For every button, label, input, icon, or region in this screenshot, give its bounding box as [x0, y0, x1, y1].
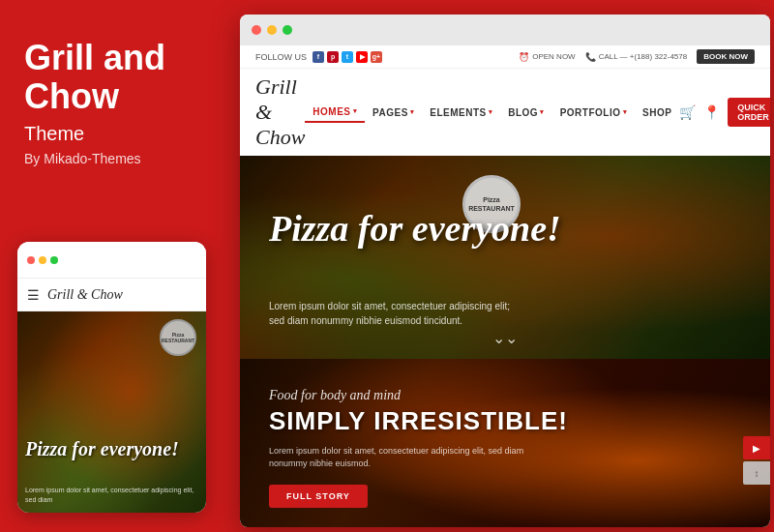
nav-item-shop[interactable]: SHOP	[635, 103, 679, 122]
facebook-icon[interactable]: f	[313, 51, 324, 63]
nav-arrow-pages: ▾	[410, 108, 415, 116]
mobile-badge: PizzaRESTAURANT	[160, 319, 196, 356]
full-story-button[interactable]: FULL STORY	[269, 485, 368, 508]
hero-title: Pizza for everyone!	[269, 209, 561, 250]
mobile-badge-text: PizzaRESTAURANT	[162, 332, 194, 343]
side-button-1[interactable]: ▶	[743, 436, 770, 459]
browser-dot-green	[283, 25, 292, 35]
site-hero: PizzaRESTAURANT Pizza for everyone! Lore…	[240, 156, 770, 359]
nav-arrow-elements: ▾	[489, 108, 493, 116]
clock-icon: ⏰	[519, 52, 529, 62]
section2-title: SIMPLY IRRESISTIBLE!	[269, 407, 673, 435]
open-now-label: OPEN NOW	[532, 52, 575, 61]
open-now-item: ⏰ OPEN NOW	[519, 52, 575, 62]
site-navbar: Grill & Chow HOMES ▾ PAGES ▾ ELEMENTS ▾ …	[240, 69, 770, 156]
nav-right: 🛒 📍 QUICK ORDER	[679, 98, 770, 127]
mobile-dot-red	[27, 256, 35, 264]
quick-order-button[interactable]: QUICK ORDER	[728, 98, 770, 127]
nav-item-homes[interactable]: HOMES ▾	[305, 103, 365, 123]
mobile-mockup: ☰ Grill & Chow PizzaRESTAURANT Pizza for…	[17, 242, 206, 513]
mobile-hero: PizzaRESTAURANT Pizza for everyone! Lore…	[17, 311, 206, 513]
hero-subtitle: Lorem ipsum dolor sit amet, consectetuer…	[269, 299, 693, 328]
site-logo: Grill & Chow	[255, 74, 305, 150]
mobile-hero-text: Lorem ipsum dolor sit amet, consectetuer…	[25, 486, 198, 505]
pinterest-icon[interactable]: p	[327, 51, 339, 63]
site-topbar: FOLLOW US f p t ▶ g+ ⏰ OPEN NOW 📞 CALL —…	[240, 45, 770, 69]
phone-item: 📞 CALL — +(188) 322-4578	[585, 52, 688, 62]
theme-title: Grill and Chow	[24, 39, 213, 115]
topbar-right: ⏰ OPEN NOW 📞 CALL — +(188) 322-4578 BOOK…	[519, 49, 755, 64]
section2-side-buttons: ▶ ↕	[743, 436, 770, 485]
phone-icon: 📞	[585, 52, 596, 62]
nav-item-blog[interactable]: BLOG ▾	[500, 103, 551, 122]
googleplus-icon[interactable]: g+	[371, 51, 382, 63]
browser-chrome	[240, 15, 770, 45]
nav-item-portfolio[interactable]: PORTFOLIO ▾	[552, 103, 635, 122]
mobile-dot-green	[50, 256, 58, 264]
youtube-icon[interactable]: ▶	[356, 51, 368, 63]
topbar-social: f p t ▶ g+	[313, 51, 382, 63]
phone-label: CALL — +(188) 322-4578	[599, 52, 688, 61]
book-now-button[interactable]: BOOK NOW	[697, 49, 755, 64]
section2-text: Lorem ipsum dolor sit amet, consectetuer…	[269, 445, 540, 471]
nav-item-pages[interactable]: PAGES ▾	[365, 103, 422, 122]
site-nav: HOMES ▾ PAGES ▾ ELEMENTS ▾ BLOG ▾ PORTFO…	[305, 103, 679, 123]
theme-author: By Mikado-Themes	[24, 151, 213, 166]
browser-dot-red	[252, 25, 261, 35]
nav-arrow-homes: ▾	[353, 107, 358, 115]
topbar-left: FOLLOW US f p t ▶ g+	[255, 51, 382, 63]
side-button-2[interactable]: ↕	[743, 461, 770, 485]
theme-subtitle: Theme	[24, 123, 213, 145]
location-icon[interactable]: 📍	[703, 104, 720, 120]
hamburger-icon: ☰	[27, 287, 40, 303]
mobile-nav-bar: ☰ Grill & Chow	[17, 279, 206, 311]
browser-dot-yellow	[267, 25, 277, 35]
nav-arrow-blog: ▾	[540, 108, 545, 116]
book-now-label: BOOK NOW	[703, 52, 748, 61]
follow-us-label: FOLLOW US	[255, 52, 307, 62]
section2-content: Food for body and mind SIMPLY IRRESISTIB…	[269, 388, 673, 508]
mobile-logo: Grill & Chow	[47, 287, 123, 303]
cart-icon[interactable]: 🛒	[679, 104, 696, 120]
nav-item-elements[interactable]: ELEMENTS ▾	[422, 103, 500, 122]
mobile-hero-title: Pizza for everyone!	[25, 438, 198, 459]
browser-mockup: FOLLOW US f p t ▶ g+ ⏰ OPEN NOW 📞 CALL —…	[240, 15, 770, 527]
hero-chevron-icon[interactable]: ⌄⌄	[492, 329, 518, 347]
mobile-dot-yellow	[39, 256, 46, 264]
left-panel: Grill and Chow Theme By Mikado-Themes ☰ …	[0, 0, 237, 532]
mobile-top-bar	[17, 242, 206, 279]
nav-arrow-portfolio: ▾	[623, 108, 628, 116]
section2-subtitle: Food for body and mind	[269, 388, 673, 403]
twitter-icon[interactable]: t	[342, 51, 353, 63]
site-section2: Food for body and mind SIMPLY IRRESISTIB…	[240, 359, 770, 527]
mobile-dots	[27, 256, 58, 264]
